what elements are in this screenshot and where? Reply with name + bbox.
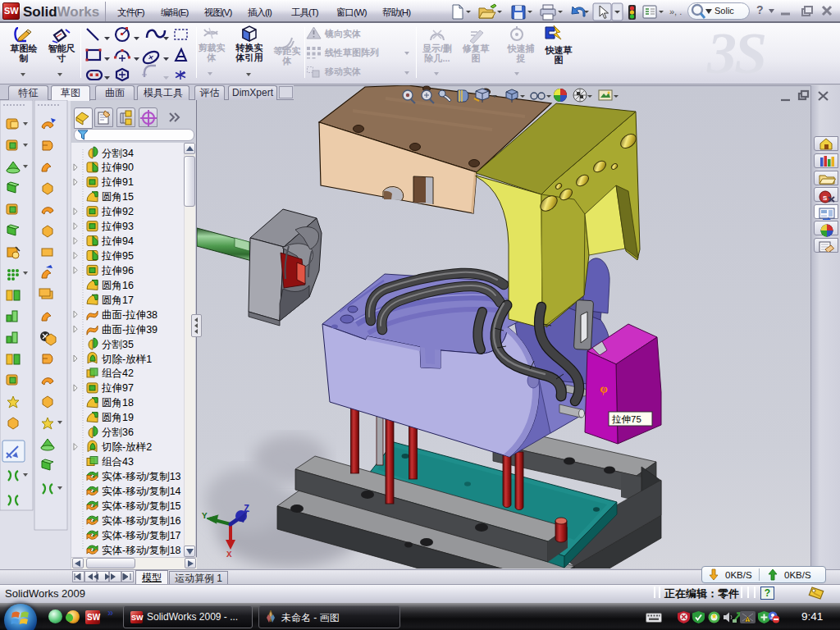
svg-text:组合43: 组合43: [102, 456, 134, 468]
svg-text:拉伸75: 拉伸75: [611, 414, 641, 424]
svg-text:圆角19: 圆角19: [102, 412, 134, 423]
svg-text:实体-移动/复制13: 实体-移动/复制13: [102, 471, 181, 482]
svg-text:分割34: 分割34: [102, 148, 134, 159]
svg-text:实体-移动/复制18: 实体-移动/复制18: [102, 545, 181, 556]
svg-text:S: S: [823, 194, 828, 202]
svg-text:圆角18: 圆角18: [102, 397, 134, 409]
svg-text:Z: Z: [244, 504, 249, 515]
svg-text:分割36: 分割36: [102, 427, 134, 438]
svg-text:组合42: 组合42: [102, 368, 134, 379]
svg-text:拉伸96: 拉伸96: [101, 265, 134, 276]
svg-text:曲面-拉伸38: 曲面-拉伸38: [102, 309, 158, 321]
svg-text:拉伸95: 拉伸95: [101, 250, 134, 262]
svg-text:拉伸90: 拉伸90: [101, 162, 134, 173]
svg-text:实体-移动/复制17: 实体-移动/复制17: [102, 530, 181, 541]
svg-text:!: !: [746, 618, 748, 623]
svg-text:切除-放样1: 切除-放样1: [101, 354, 152, 365]
svg-text:曲面-拉伸39: 曲面-拉伸39: [102, 324, 158, 336]
svg-text:X: X: [226, 550, 232, 559]
svg-text:拉伸91: 拉伸91: [101, 176, 134, 188]
svg-text:拉伸92: 拉伸92: [101, 206, 134, 217]
svg-text:圆角16: 圆角16: [102, 280, 134, 291]
svg-text:分割35: 分割35: [102, 339, 134, 350]
svg-text:切除-放样2: 切除-放样2: [101, 441, 152, 453]
svg-text:Y: Y: [202, 511, 208, 521]
svg-text:拉伸94: 拉伸94: [101, 235, 134, 247]
svg-text:圆角15: 圆角15: [102, 191, 134, 203]
svg-text:实体-移动/复制14: 实体-移动/复制14: [102, 486, 181, 497]
svg-text:拉伸97: 拉伸97: [101, 382, 134, 394]
svg-text:圆角17: 圆角17: [102, 294, 134, 306]
svg-text:实体-移动/复制15: 实体-移动/复制15: [102, 500, 181, 512]
svg-text:拉伸93: 拉伸93: [101, 221, 134, 232]
svg-text:实体-移动/复制16: 实体-移动/复制16: [102, 515, 181, 527]
